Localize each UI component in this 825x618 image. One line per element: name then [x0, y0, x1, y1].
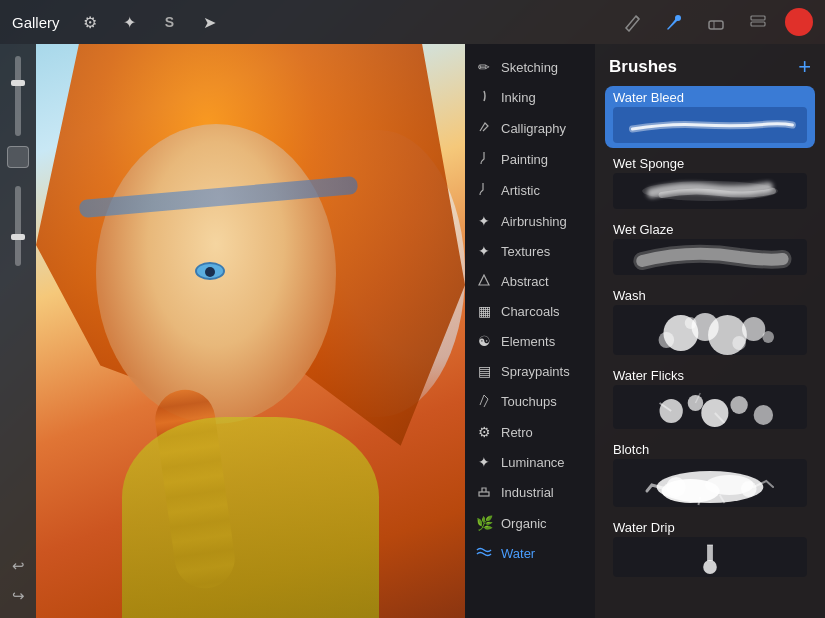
svg-point-17 — [685, 317, 697, 329]
svg-point-14 — [742, 317, 765, 341]
brush-water-bleed[interactable]: Water Bleed — [605, 86, 815, 148]
painting-icon — [475, 151, 493, 168]
brush-water-flicks[interactable]: Water Flicks — [605, 364, 815, 434]
water-bleed-preview — [613, 107, 807, 143]
category-painting[interactable]: Painting — [465, 144, 595, 175]
category-airbrushing[interactable]: ✦ Airbrushing — [465, 206, 595, 236]
inking-icon — [475, 89, 493, 106]
brush-list-header: Brushes + — [595, 44, 825, 86]
water-icon — [475, 545, 493, 561]
brush-list-container: Brushes + Water Bleed — [595, 44, 825, 618]
wash-preview — [613, 305, 807, 355]
artistic-icon — [475, 182, 493, 199]
wrench-icon[interactable]: ⚙ — [74, 6, 106, 38]
category-touchups[interactable]: Touchups — [465, 386, 595, 417]
calligraphy-icon — [475, 120, 493, 137]
category-water[interactable]: Water — [465, 538, 595, 568]
brushes-title: Brushes — [609, 57, 677, 77]
category-organic[interactable]: 🌿 Organic — [465, 508, 595, 538]
category-abstract[interactable]: Abstract — [465, 266, 595, 296]
svg-point-32 — [703, 560, 717, 574]
right-tools — [617, 7, 813, 37]
brush-blotch[interactable]: Blotch — [605, 438, 815, 512]
svg-rect-2 — [751, 16, 765, 20]
retro-icon: ⚙ — [475, 424, 493, 440]
svg-rect-5 — [479, 492, 489, 496]
category-spraypaints[interactable]: ▤ Spraypaints — [465, 356, 595, 386]
svg-marker-4 — [479, 275, 489, 285]
wet-sponge-preview — [613, 173, 807, 209]
pen-icon[interactable] — [617, 7, 647, 37]
water-flicks-preview — [613, 385, 807, 429]
category-retro[interactable]: ⚙ Retro — [465, 417, 595, 447]
undo-icon[interactable]: ↩ — [4, 552, 32, 580]
charcoals-icon: ▦ — [475, 303, 493, 319]
brush-category-list: ✏ Sketching Inking Calligraphy Painting — [465, 44, 595, 618]
category-artistic[interactable]: Artistic — [465, 175, 595, 206]
sketching-icon: ✏ — [475, 59, 493, 75]
elements-icon: ☯ — [475, 333, 493, 349]
category-textures[interactable]: ✦ Textures — [465, 236, 595, 266]
redo-icon[interactable]: ↪ — [4, 582, 32, 610]
adjustments-icon[interactable]: ✦ — [114, 6, 146, 38]
svg-point-23 — [730, 396, 747, 414]
svg-rect-3 — [751, 22, 765, 26]
gallery-button[interactable]: Gallery — [12, 14, 60, 31]
brush-size-slider[interactable] — [15, 56, 21, 136]
category-luminance[interactable]: ✦ Luminance — [465, 447, 595, 477]
toolbar: Gallery ⚙ ✦ S ➤ — [0, 0, 825, 44]
svg-point-30 — [741, 481, 757, 497]
category-industrial[interactable]: Industrial — [465, 477, 595, 508]
wet-glaze-preview — [613, 239, 807, 275]
brush-list: Water Bleed Wet Sponge — [595, 86, 825, 618]
industrial-icon — [475, 484, 493, 501]
water-drip-preview — [613, 537, 807, 577]
brushes-panel: ✏ Sketching Inking Calligraphy Painting — [465, 44, 825, 618]
svg-point-18 — [732, 336, 746, 350]
svg-point-29 — [666, 477, 685, 497]
category-charcoals[interactable]: ▦ Charcoals — [465, 296, 595, 326]
brush-wash[interactable]: Wash — [605, 284, 815, 360]
layers-icon[interactable] — [743, 7, 773, 37]
abstract-icon — [475, 273, 493, 289]
color-picker[interactable] — [785, 8, 813, 36]
brush-icon[interactable] — [659, 7, 689, 37]
organic-icon: 🌿 — [475, 515, 493, 531]
svg-point-15 — [659, 332, 675, 348]
illustration-canvas — [36, 44, 465, 618]
brush-water-drip[interactable]: Water Drip — [605, 516, 815, 582]
luminance-icon: ✦ — [475, 454, 493, 470]
opacity-slider[interactable] — [15, 178, 21, 266]
brush-wet-glaze[interactable]: Wet Glaze — [605, 218, 815, 280]
airbrushing-icon: ✦ — [475, 213, 493, 229]
color-swatch-1 — [7, 146, 29, 168]
textures-icon: ✦ — [475, 243, 493, 259]
category-sketching[interactable]: ✏ Sketching — [465, 52, 595, 82]
stylize-icon[interactable]: S — [154, 6, 186, 38]
left-sidebar: ↩ ↪ — [0, 44, 36, 618]
svg-point-16 — [762, 331, 774, 343]
eraser-icon[interactable] — [701, 7, 731, 37]
category-calligraphy[interactable]: Calligraphy — [465, 113, 595, 144]
blotch-preview — [613, 459, 807, 507]
brush-wet-sponge[interactable]: Wet Sponge — [605, 152, 815, 214]
svg-point-24 — [754, 405, 773, 425]
svg-rect-1 — [709, 21, 723, 29]
category-inking[interactable]: Inking — [465, 82, 595, 113]
add-brush-button[interactable]: + — [798, 56, 811, 78]
transform-icon[interactable]: ➤ — [194, 6, 226, 38]
touchups-icon — [475, 393, 493, 410]
svg-point-0 — [675, 15, 681, 21]
spraypaints-icon: ▤ — [475, 363, 493, 379]
category-elements[interactable]: ☯ Elements — [465, 326, 595, 356]
